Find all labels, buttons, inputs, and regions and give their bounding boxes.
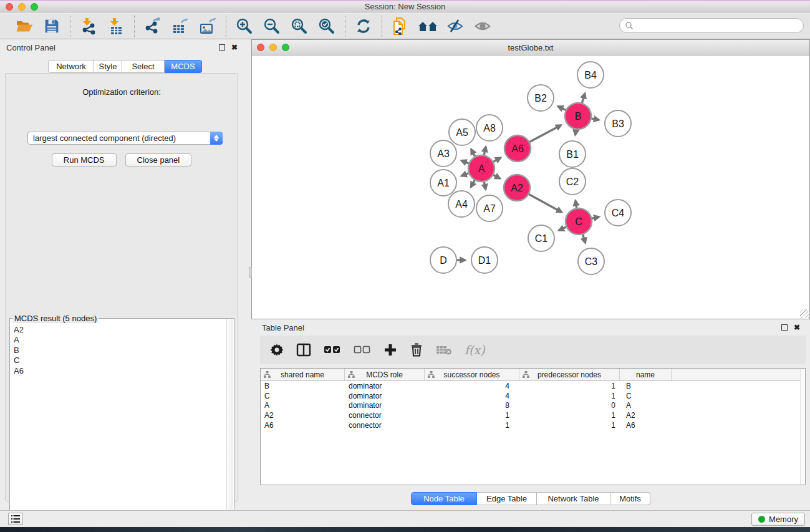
float-panel-button[interactable]: [219, 44, 225, 51]
graph-edge-A-A8[interactable]: [484, 147, 486, 155]
save-session-button[interactable]: [41, 16, 62, 36]
table-cell[interactable]: 1: [519, 421, 620, 430]
float-table-panel-button[interactable]: [781, 324, 788, 331]
table-cell[interactable]: B: [620, 382, 672, 390]
close-panel-button[interactable]: Close panel: [125, 153, 192, 167]
optimization-criterion-select[interactable]: largest connected component (directed): [27, 132, 223, 145]
graph-edge-B-B3[interactable]: [592, 118, 599, 120]
graph-edge-B-B2[interactable]: [558, 106, 566, 110]
window-resize-grip[interactable]: [800, 309, 809, 318]
table-row[interactable]: A6connector11A6: [261, 420, 805, 430]
graph-edge-C-C2[interactable]: [576, 201, 577, 208]
task-history-button[interactable]: [8, 513, 23, 525]
graph-edge-A-A1[interactable]: [461, 173, 468, 176]
run-mcds-button[interactable]: Run MCDS: [52, 153, 117, 167]
table-cell[interactable]: C: [261, 392, 345, 400]
column-header-shared-name[interactable]: shared name: [261, 369, 345, 380]
tab-style[interactable]: Style: [94, 60, 122, 73]
graph-edge-C-C3[interactable]: [583, 235, 586, 243]
tab-select[interactable]: Select: [122, 60, 165, 73]
table-cell[interactable]: A: [620, 401, 672, 410]
table-cell[interactable]: dominator: [345, 401, 425, 410]
first-neighbors-button[interactable]: [417, 16, 438, 36]
graph-edge-A-A2[interactable]: [493, 175, 499, 179]
network-window-titlebar[interactable]: testGlobe.txt: [252, 40, 809, 56]
table-cell[interactable]: 1: [425, 421, 519, 430]
mcds-result-item[interactable]: C: [14, 355, 226, 365]
table-cell[interactable]: B: [261, 382, 345, 390]
table-cell[interactable]: A6: [261, 421, 345, 430]
select-all-button[interactable]: [324, 346, 341, 354]
tab-motifs[interactable]: Motifs: [610, 492, 650, 505]
table-row[interactable]: Cdominator41C: [261, 391, 805, 401]
network-canvas[interactable]: B4B2BB3A8A5A6A3B1AC2A1A2A4A7C4CC1DD1C3: [252, 56, 809, 319]
table-cell[interactable]: C: [620, 392, 672, 400]
table-row[interactable]: Adominator80A: [261, 401, 805, 411]
graph-edge-A-A7[interactable]: [484, 182, 485, 190]
table-cell[interactable]: A6: [620, 421, 672, 430]
graph-edge-A-A6[interactable]: [493, 158, 501, 162]
node-table-body[interactable]: Bdominator41BCdominator41CAdominator80AA…: [261, 381, 805, 430]
network-from-file-button[interactable]: [390, 16, 411, 36]
graph-edge-A-A3[interactable]: [461, 160, 469, 163]
splitpane-divider-handle[interactable]: [249, 267, 252, 278]
table-cell[interactable]: dominator: [345, 392, 425, 400]
tab-edge-table[interactable]: Edge Table: [477, 492, 537, 505]
tab-network[interactable]: Network: [48, 60, 94, 73]
zoom-out-button[interactable]: [261, 16, 282, 36]
table-row[interactable]: A2connector11A2: [261, 410, 805, 420]
tab-network-table[interactable]: Network Table: [537, 492, 610, 505]
table-cell[interactable]: 4: [425, 392, 519, 400]
table-cell[interactable]: dominator: [345, 382, 425, 390]
close-panel-icon-button[interactable]: ✖: [231, 43, 238, 52]
table-settings-button[interactable]: [270, 343, 284, 357]
import-network-button[interactable]: [78, 16, 99, 36]
graph-edge-C-C1[interactable]: [559, 227, 566, 230]
memory-button[interactable]: Memory: [751, 513, 805, 526]
mcds-result-item[interactable]: A: [14, 335, 226, 345]
table-cell[interactable]: A: [261, 401, 345, 410]
mcds-result-item[interactable]: A2: [14, 325, 226, 335]
graph-edge-B-B1[interactable]: [576, 130, 576, 135]
zoom-selected-button[interactable]: [316, 16, 337, 36]
table-cell[interactable]: connector: [345, 421, 425, 430]
column-header-name[interactable]: name: [620, 369, 672, 380]
mcds-result-list[interactable]: A2ABCA6: [11, 325, 226, 529]
graph-edge-A2-C[interactable]: [529, 195, 561, 213]
refresh-button[interactable]: [353, 16, 374, 36]
column-header-MCDS-role[interactable]: MCDS role: [345, 369, 425, 380]
close-table-panel-button[interactable]: ✖: [794, 323, 800, 332]
table-cell[interactable]: 1: [519, 411, 620, 420]
hide-selected-button[interactable]: [445, 16, 466, 36]
export-table-button[interactable]: [170, 16, 191, 36]
search-input[interactable]: [634, 21, 789, 31]
zoom-fit-button[interactable]: [289, 16, 310, 36]
column-header-predecessor-nodes[interactable]: predecessor nodes: [519, 369, 620, 380]
function-builder-button[interactable]: f(x): [465, 343, 485, 357]
table-cell[interactable]: 0: [519, 401, 620, 410]
table-scrollbar[interactable]: [800, 369, 805, 485]
zoom-in-button[interactable]: [234, 16, 255, 36]
show-all-button[interactable]: [472, 16, 493, 36]
table-cell[interactable]: 1: [519, 392, 620, 400]
table-cell[interactable]: 1: [425, 411, 519, 420]
table-row[interactable]: Bdominator41B: [261, 381, 805, 391]
mcds-result-item[interactable]: B: [14, 346, 226, 355]
export-image-button[interactable]: [197, 16, 218, 36]
import-table-button[interactable]: [105, 16, 127, 36]
tab-mcds[interactable]: MCDS: [165, 60, 202, 73]
graph-edge-A-A4[interactable]: [471, 180, 475, 187]
graph-edge-A6-B[interactable]: [529, 125, 561, 142]
table-cell[interactable]: A2: [620, 411, 672, 420]
graph-edge-C-C4[interactable]: [592, 217, 599, 219]
table-cell[interactable]: 1: [519, 382, 620, 390]
column-view-button[interactable]: [296, 343, 311, 357]
table-cell[interactable]: A2: [261, 411, 345, 420]
table-cell[interactable]: connector: [345, 411, 425, 420]
table-cell[interactable]: 4: [425, 382, 519, 390]
mcds-result-item[interactable]: A6: [14, 366, 226, 376]
delete-table-button[interactable]: [436, 344, 452, 355]
table-cell[interactable]: 8: [425, 401, 519, 410]
column-header-successor-nodes[interactable]: successor nodes: [425, 369, 519, 380]
open-session-button[interactable]: [14, 16, 35, 36]
